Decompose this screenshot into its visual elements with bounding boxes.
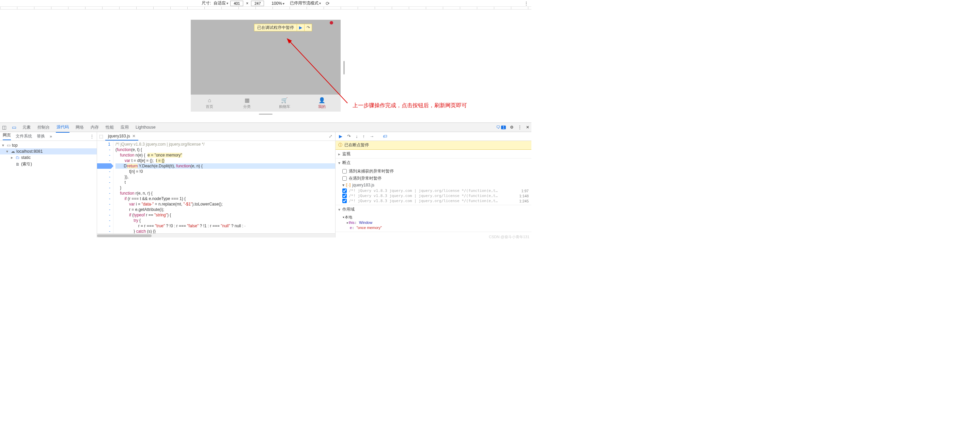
width-input[interactable] [230,1,243,6]
more-icon[interactable]: ⋮ [524,1,529,6]
tab-console[interactable]: 控制台 [37,122,51,132]
step-out-button[interactable]: ↑ [363,134,365,139]
overlay-step-button[interactable]: ↷ [304,24,312,31]
step-over-button[interactable]: ↷ [347,134,351,139]
pause-caught-checkbox[interactable]: 在遇到异常时暂停 [342,175,529,182]
responsive-select[interactable]: 自适应 [213,0,228,6]
navtab-replace[interactable]: 替换 [37,133,45,139]
toggle-nav-icon[interactable]: ⬚ [99,134,103,139]
breakpoint-file[interactable]: ▾⟦·⟧jquery183.js [342,182,529,188]
watch-header[interactable]: ▸监视 [336,150,531,158]
annotation-text: 上一步骤操作完成，点击按钮后，刷新网页即可 [353,102,467,109]
breakpoint-row[interactable]: /*! jQuery v1.8.3 jquery.com | jquery.or… [342,198,529,203]
tree-static[interactable]: 🗀static [0,154,97,160]
debugger-pane: ▶ ↷ ↓ ↑ → 🏷 ⓘ 已在断点暂停 ▸监视 ▾断点 遇到未捕获的异常时暂停… [336,132,531,238]
ruler [0,7,531,10]
scope-e[interactable]: e: "once memory" [342,225,529,230]
js-file-icon: ⟦·⟧ [346,183,351,187]
grid-icon: ▦ [245,97,250,103]
code-editor[interactable]: 1- -- -- -- -- -- -- -- -- /*! jQuery v1… [97,141,335,233]
editor-pane: ⬚ jquery183.js ✕ ⤢ 1- -- -- -- -- -- -- … [97,132,336,238]
window-icon: ▭ [7,143,11,147]
sources-panel: 网页 文件系统 替换 » ⋮ ▭top ☁localhost:8081 🗀sta… [0,132,531,238]
scope-local[interactable]: ▾本地 [342,214,529,220]
inspect-icon[interactable]: ◫ [2,125,6,130]
home-icon: ⌂ [208,97,211,103]
step-into-button[interactable]: ↓ [356,134,358,139]
settings-icon[interactable]: ⚙ [510,125,514,130]
file-tree: ▭top ☁localhost:8081 🗀static 🗎(索引) [0,141,97,238]
height-input[interactable] [251,1,264,6]
tab-elements[interactable]: 元素 [22,122,31,132]
navtab-page[interactable]: 网页 [3,132,11,140]
resume-button[interactable]: ▶ [339,134,342,139]
tab-memory[interactable]: 内存 [90,122,99,132]
gutter[interactable]: 1- -- -- -- -- -- -- -- -- [97,141,113,233]
throttle-select[interactable]: 已停用节流模式 [290,0,321,6]
rotate-icon[interactable]: ⟳ [326,1,330,6]
size-label: 尺寸: [202,0,211,6]
tab-category[interactable]: ▦分类 [228,95,266,112]
navigator-tabs: 网页 文件系统 替换 » ⋮ [0,132,97,141]
pause-uncaught-checkbox[interactable]: 遇到未捕获的异常时暂停 [342,168,529,175]
editor-scrollbar[interactable] [97,233,335,238]
overlay-resume-button[interactable]: ▶ [297,24,304,31]
pause-overlay: 已在调试程序中暂停 ▶ ↷ [254,24,312,31]
cart-icon: 🛒 [281,97,288,103]
messages-icon[interactable]: 🗨1 [496,125,506,130]
scope-header[interactable]: ▾作用域 [336,205,531,214]
step-button[interactable]: → [369,134,374,139]
breakpoint-row[interactable]: /*! jQuery v1.8.3 jquery.com | jquery.or… [342,188,529,193]
maximize-icon[interactable]: ⤢ [329,134,332,139]
resize-handle-bottom[interactable] [191,112,340,116]
section-scope: ▾作用域 ▾本地 ▸this: Window e: "once memory" [336,205,531,232]
resize-handle-right[interactable] [344,61,345,75]
dim-x: × [246,1,248,6]
deactivate-breakpoints-button[interactable]: 🏷 [383,134,387,139]
paused-text: 已在断点暂停 [344,142,369,148]
more-icon[interactable]: ⋮ [518,125,522,130]
file-icon: 🗎 [16,162,20,167]
breakpoint-row[interactable]: /*! jQuery v1.8.3 jquery.com | jquery.or… [342,193,529,198]
debug-controls: ▶ ↷ ↓ ↑ → 🏷 [336,132,531,141]
navtab-filesystem[interactable]: 文件系统 [16,133,32,139]
file-tab-label: jquery183.js [108,134,130,138]
tree-host[interactable]: ☁localhost:8081 [0,148,97,154]
navigator-pane: 网页 文件系统 替换 » ⋮ ▭top ☁localhost:8081 🗀sta… [0,132,97,238]
info-icon: ⓘ [338,142,342,148]
watermark: CSDN @奋斗小青年131 [489,235,529,239]
section-watch: ▸监视 [336,150,531,159]
tab-lighthouse[interactable]: Lighthouse [135,123,156,132]
navtab-menu-icon[interactable]: ⋮ [90,134,94,139]
pause-text: 已在调试程序中暂停 [255,25,297,31]
breakpoints-header[interactable]: ▾断点 [336,159,531,167]
cloud-icon: ☁ [11,149,15,154]
close-tab-icon[interactable]: ✕ [132,134,135,138]
tab-application[interactable]: 应用 [120,122,129,132]
device-toolbar: 尺寸: 自适应 × 100% 已停用节流模式 ⟳ ⋮ [0,0,531,7]
device-mode-icon[interactable]: ▭ [12,125,16,130]
tab-sources[interactable]: 源代码 [56,122,70,133]
resize-handle-corner[interactable] [341,116,345,119]
tab-mine[interactable]: 👤我的 [303,95,340,112]
device-frame: 已在调试程序中暂停 ▶ ↷ ⌂首页 ▦分类 🛒购物车 👤我的 [191,20,340,112]
navtab-more-icon[interactable]: » [50,134,52,139]
recording-dot-icon [330,21,333,24]
close-icon[interactable]: ✕ [526,125,529,130]
file-tab[interactable]: jquery183.js ✕ [105,132,138,141]
code-lines: /*! jQuery v1.8.3 jquery.com | jquery.or… [113,141,335,233]
tab-home[interactable]: ⌂首页 [191,95,228,112]
paused-banner: ⓘ 已在断点暂停 [336,141,531,150]
zoom-select[interactable]: 100% [272,1,285,6]
tree-index[interactable]: 🗎(索引) [0,160,97,168]
tab-network[interactable]: 网络 [75,122,84,132]
device-area: 已在调试程序中暂停 ▶ ↷ ⌂首页 ▦分类 🛒购物车 👤我的 上一步骤操作完成，… [0,10,531,122]
editor-tabs: ⬚ jquery183.js ✕ ⤢ [97,132,335,141]
section-breakpoints: ▾断点 遇到未捕获的异常时暂停 在遇到异常时暂停 ▾⟦·⟧jquery183.j… [336,159,531,205]
user-icon: 👤 [318,97,325,103]
tree-top[interactable]: ▭top [0,142,97,148]
tab-cart[interactable]: 🛒购物车 [266,95,303,112]
scope-this[interactable]: ▸this: Window [342,220,529,225]
tab-performance[interactable]: 性能 [105,122,115,132]
mobile-tabbar: ⌂首页 ▦分类 🛒购物车 👤我的 [191,95,340,112]
